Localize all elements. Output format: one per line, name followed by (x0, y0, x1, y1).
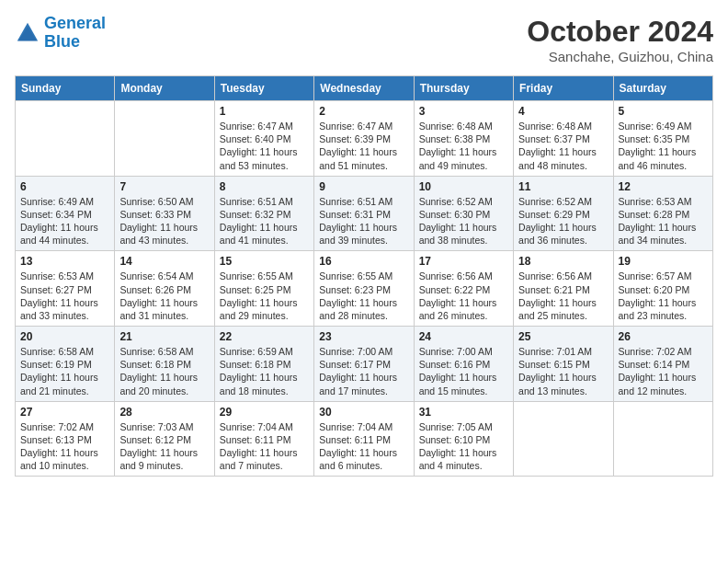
calendar-week-4: 20Sunrise: 6:58 AM Sunset: 6:19 PM Dayli… (16, 327, 713, 402)
calendar-cell: 11Sunrise: 6:52 AM Sunset: 6:29 PM Dayli… (514, 176, 613, 251)
day-info: Sunrise: 6:51 AM Sunset: 6:32 PM Dayligh… (220, 195, 309, 247)
calendar-cell: 31Sunrise: 7:05 AM Sunset: 6:10 PM Dayli… (414, 401, 513, 477)
calendar-cell: 28Sunrise: 7:03 AM Sunset: 6:12 PM Dayli… (115, 401, 214, 477)
day-number: 22 (220, 330, 309, 343)
day-info: Sunrise: 6:52 AM Sunset: 6:29 PM Dayligh… (518, 195, 608, 247)
day-info: Sunrise: 6:59 AM Sunset: 6:18 PM Dayligh… (220, 345, 309, 397)
calendar-week-3: 13Sunrise: 6:53 AM Sunset: 6:27 PM Dayli… (16, 251, 713, 327)
day-info: Sunrise: 6:52 AM Sunset: 6:30 PM Dayligh… (419, 195, 508, 247)
day-info: Sunrise: 6:53 AM Sunset: 6:27 PM Dayligh… (20, 270, 109, 322)
calendar-cell: 12Sunrise: 6:53 AM Sunset: 6:28 PM Dayli… (613, 176, 712, 251)
calendar-cell: 27Sunrise: 7:02 AM Sunset: 6:13 PM Dayli… (16, 401, 115, 477)
day-number: 5 (619, 105, 708, 118)
calendar-cell (514, 401, 613, 477)
day-number: 24 (419, 330, 508, 343)
calendar-cell: 2Sunrise: 6:47 AM Sunset: 6:39 PM Daylig… (314, 101, 414, 177)
day-info: Sunrise: 6:48 AM Sunset: 6:38 PM Dayligh… (419, 120, 508, 172)
day-number: 28 (119, 406, 209, 419)
calendar-cell: 17Sunrise: 6:56 AM Sunset: 6:22 PM Dayli… (414, 251, 513, 327)
calendar-header-wednesday: Wednesday (314, 76, 414, 101)
svg-marker-1 (18, 27, 37, 40)
calendar-cell: 25Sunrise: 7:01 AM Sunset: 6:15 PM Dayli… (514, 327, 613, 402)
day-info: Sunrise: 7:02 AM Sunset: 6:13 PM Dayligh… (20, 420, 109, 473)
day-info: Sunrise: 7:01 AM Sunset: 6:15 PM Dayligh… (518, 345, 608, 397)
calendar-cell (613, 401, 712, 477)
calendar-cell (115, 101, 214, 177)
day-number: 16 (319, 255, 408, 268)
day-number: 21 (119, 330, 209, 343)
day-number: 30 (319, 406, 408, 419)
calendar-header-row: SundayMondayTuesdayWednesdayThursdayFrid… (16, 76, 713, 101)
day-number: 25 (518, 330, 608, 343)
calendar-week-5: 27Sunrise: 7:02 AM Sunset: 6:13 PM Dayli… (16, 401, 713, 477)
calendar-cell: 16Sunrise: 6:55 AM Sunset: 6:23 PM Dayli… (314, 251, 414, 327)
calendar-cell: 3Sunrise: 6:48 AM Sunset: 6:38 PM Daylig… (414, 101, 513, 177)
calendar-cell: 7Sunrise: 6:50 AM Sunset: 6:33 PM Daylig… (115, 176, 214, 251)
calendar-cell: 8Sunrise: 6:51 AM Sunset: 6:32 PM Daylig… (214, 176, 313, 251)
day-number: 18 (518, 255, 608, 268)
day-info: Sunrise: 7:00 AM Sunset: 6:17 PM Dayligh… (319, 345, 408, 397)
day-info: Sunrise: 7:03 AM Sunset: 6:12 PM Dayligh… (119, 420, 209, 473)
day-number: 20 (20, 330, 109, 343)
calendar-cell: 24Sunrise: 7:00 AM Sunset: 6:16 PM Dayli… (414, 327, 513, 402)
day-number: 7 (119, 180, 209, 193)
calendar-table: SundayMondayTuesdayWednesdayThursdayFrid… (15, 75, 713, 477)
calendar-cell: 22Sunrise: 6:59 AM Sunset: 6:18 PM Dayli… (214, 327, 313, 402)
day-info: Sunrise: 6:49 AM Sunset: 6:35 PM Dayligh… (619, 120, 708, 172)
calendar-cell: 1Sunrise: 6:47 AM Sunset: 6:40 PM Daylig… (214, 101, 313, 177)
day-info: Sunrise: 6:53 AM Sunset: 6:28 PM Dayligh… (619, 195, 708, 247)
calendar-cell: 6Sunrise: 6:49 AM Sunset: 6:34 PM Daylig… (16, 176, 115, 251)
day-number: 27 (20, 406, 109, 419)
day-number: 29 (220, 406, 309, 419)
day-number: 8 (220, 180, 309, 193)
calendar-cell: 19Sunrise: 6:57 AM Sunset: 6:20 PM Dayli… (613, 251, 712, 327)
day-info: Sunrise: 6:58 AM Sunset: 6:19 PM Dayligh… (20, 345, 109, 397)
month-title: October 2024 (527, 15, 713, 49)
day-number: 6 (20, 180, 109, 193)
calendar-header-sunday: Sunday (16, 76, 115, 101)
day-info: Sunrise: 7:00 AM Sunset: 6:16 PM Dayligh… (419, 345, 508, 397)
day-info: Sunrise: 6:49 AM Sunset: 6:34 PM Dayligh… (20, 195, 109, 247)
day-number: 9 (319, 180, 408, 193)
day-info: Sunrise: 6:57 AM Sunset: 6:20 PM Dayligh… (619, 270, 708, 322)
calendar-cell: 29Sunrise: 7:04 AM Sunset: 6:11 PM Dayli… (214, 401, 313, 477)
day-number: 14 (119, 255, 209, 268)
logo: GeneralBlue (15, 15, 106, 52)
day-number: 15 (220, 255, 309, 268)
day-info: Sunrise: 6:56 AM Sunset: 6:22 PM Dayligh… (419, 270, 508, 322)
calendar-cell (16, 101, 115, 177)
day-info: Sunrise: 6:54 AM Sunset: 6:26 PM Dayligh… (119, 270, 209, 322)
calendar-cell: 18Sunrise: 6:56 AM Sunset: 6:21 PM Dayli… (514, 251, 613, 327)
day-info: Sunrise: 6:48 AM Sunset: 6:37 PM Dayligh… (518, 120, 608, 172)
day-number: 23 (319, 330, 408, 343)
day-number: 19 (619, 255, 708, 268)
day-number: 13 (20, 255, 109, 268)
calendar-cell: 4Sunrise: 6:48 AM Sunset: 6:37 PM Daylig… (514, 101, 613, 177)
location: Sanchahe, Guizhou, China (527, 49, 713, 64)
calendar-cell: 9Sunrise: 6:51 AM Sunset: 6:31 PM Daylig… (314, 176, 414, 251)
calendar-cell: 21Sunrise: 6:58 AM Sunset: 6:18 PM Dayli… (115, 327, 214, 402)
calendar-cell: 26Sunrise: 7:02 AM Sunset: 6:14 PM Dayli… (613, 327, 712, 402)
calendar-cell: 20Sunrise: 6:58 AM Sunset: 6:19 PM Dayli… (16, 327, 115, 402)
day-info: Sunrise: 6:55 AM Sunset: 6:25 PM Dayligh… (220, 270, 309, 322)
day-info: Sunrise: 6:50 AM Sunset: 6:33 PM Dayligh… (119, 195, 209, 247)
calendar-cell: 10Sunrise: 6:52 AM Sunset: 6:30 PM Dayli… (414, 176, 513, 251)
day-number: 2 (319, 105, 408, 118)
day-info: Sunrise: 6:47 AM Sunset: 6:39 PM Dayligh… (319, 120, 408, 172)
calendar-header-saturday: Saturday (613, 76, 712, 101)
calendar-header-monday: Monday (115, 76, 214, 101)
page-header: GeneralBlue October 2024 Sanchahe, Guizh… (15, 15, 713, 64)
day-info: Sunrise: 6:51 AM Sunset: 6:31 PM Dayligh… (319, 195, 408, 247)
day-number: 31 (419, 406, 508, 419)
calendar-cell: 30Sunrise: 7:04 AM Sunset: 6:11 PM Dayli… (314, 401, 414, 477)
logo-text: GeneralBlue (44, 15, 106, 52)
day-number: 12 (619, 180, 708, 193)
calendar-header-thursday: Thursday (414, 76, 513, 101)
day-number: 1 (220, 105, 309, 118)
calendar-cell: 5Sunrise: 6:49 AM Sunset: 6:35 PM Daylig… (613, 101, 712, 177)
calendar-cell: 13Sunrise: 6:53 AM Sunset: 6:27 PM Dayli… (16, 251, 115, 327)
calendar-header-friday: Friday (514, 76, 613, 101)
calendar-cell: 14Sunrise: 6:54 AM Sunset: 6:26 PM Dayli… (115, 251, 214, 327)
day-number: 11 (518, 180, 608, 193)
logo-icon (15, 20, 40, 46)
